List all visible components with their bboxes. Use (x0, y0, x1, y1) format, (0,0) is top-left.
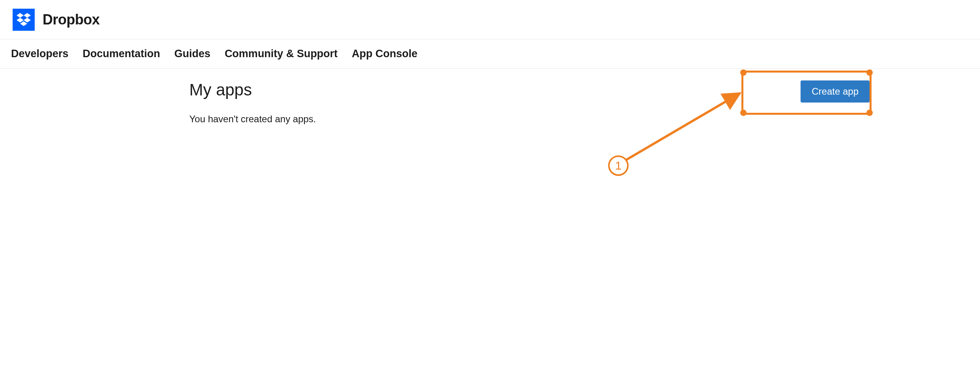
annotation-step-number: 1 (608, 155, 629, 176)
page-title: My apps (189, 80, 870, 99)
empty-state-message: You haven't created any apps. (189, 114, 870, 125)
svg-marker-4 (20, 21, 27, 26)
nav-community[interactable]: Community & Support (218, 48, 345, 60)
create-app-button[interactable]: Create app (801, 80, 870, 103)
main-area: My apps You haven't created any apps. Cr… (0, 69, 980, 125)
nav-guides[interactable]: Guides (167, 48, 218, 60)
nav-app-console[interactable]: App Console (345, 48, 425, 60)
svg-marker-3 (24, 18, 31, 22)
svg-marker-1 (24, 13, 31, 18)
svg-marker-0 (17, 13, 24, 18)
svg-marker-2 (17, 18, 24, 22)
primary-nav: Developers Documentation Guides Communit… (0, 39, 980, 69)
brand-bar: Dropbox (0, 0, 980, 39)
dropbox-logo-icon[interactable] (13, 9, 35, 31)
nav-developers[interactable]: Developers (4, 48, 76, 60)
nav-documentation[interactable]: Documentation (76, 48, 168, 60)
brand-name[interactable]: Dropbox (43, 11, 100, 28)
annotation-step-number-label: 1 (615, 159, 622, 172)
